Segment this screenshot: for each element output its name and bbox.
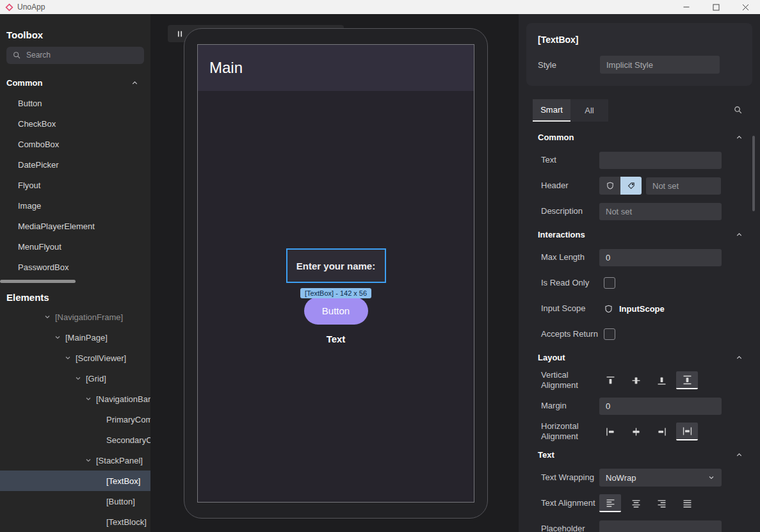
header-input[interactable] <box>646 177 721 195</box>
max-length-input[interactable] <box>599 249 722 266</box>
chevron-up-icon[interactable] <box>735 353 743 362</box>
section-common-label: Common <box>538 133 574 142</box>
tree-item-label: [NavigationFrame] <box>55 312 123 322</box>
tree-item-scrollviewer[interactable]: [ScrollViewer] <box>0 348 150 368</box>
selected-element-title: [TextBox] <box>538 35 579 45</box>
stretch-vertical-icon[interactable] <box>676 371 698 389</box>
properties-scrollbar[interactable] <box>752 136 755 211</box>
section-text-label: Text <box>538 450 554 460</box>
page-title: Main <box>209 59 243 77</box>
toolbox-search[interactable] <box>6 47 144 64</box>
chevron-down-icon[interactable] <box>44 313 51 321</box>
tree-item-textblock[interactable]: [TextBlock] <box>0 512 150 532</box>
align-vertical-center-icon[interactable] <box>625 371 647 389</box>
property-row-horizontal-alignment: Horizontal Alignment <box>519 419 760 444</box>
text-align-justify-icon[interactable] <box>676 494 698 512</box>
chevron-down-icon[interactable] <box>74 375 82 382</box>
tree-item-label: [Grid] <box>86 374 106 383</box>
textbox-text: Enter your name: <box>296 261 375 271</box>
section-layout[interactable]: Layout <box>519 347 760 367</box>
chevron-down-icon[interactable] <box>85 395 92 403</box>
style-label: Style <box>538 60 556 70</box>
property-row-text: Text <box>519 147 760 173</box>
margin-input[interactable] <box>599 398 722 415</box>
toolbox-item-button[interactable]: Button <box>0 93 150 113</box>
chevron-up-icon[interactable] <box>131 79 139 87</box>
chevron-down-icon[interactable] <box>85 456 92 464</box>
shield-icon[interactable] <box>599 177 620 195</box>
toolbox-section-common[interactable]: Common <box>0 77 150 89</box>
section-common[interactable]: Common <box>519 127 760 147</box>
text-wrapping-dropdown[interactable]: NoWrap <box>599 469 722 487</box>
align-top-icon[interactable] <box>599 371 621 389</box>
horizontal-alignment-group <box>599 423 698 440</box>
toolbox-item-datepicker[interactable]: DatePicker <box>0 154 150 175</box>
toolbox-item-image[interactable]: Image <box>0 195 150 216</box>
tab-smart[interactable]: Smart <box>533 99 570 122</box>
stretch-horizontal-icon[interactable] <box>676 423 698 440</box>
property-row-text-alignment: Text Alignment <box>519 490 760 516</box>
text-alignment-group <box>599 494 698 512</box>
tree-item-button[interactable]: [Button] <box>0 491 150 512</box>
tree-item-label: [ScrollViewer] <box>76 353 126 363</box>
style-input[interactable] <box>600 56 720 74</box>
chevron-down-icon[interactable] <box>54 334 61 341</box>
align-horizontal-center-icon[interactable] <box>625 423 647 440</box>
toolbox-section-label: Common <box>6 78 42 88</box>
selection-size-badge: [TextBox] - 142 x 56 <box>300 288 371 298</box>
text-align-right-icon[interactable] <box>651 494 672 512</box>
placeholder-input[interactable] <box>599 520 722 532</box>
is-read-only-checkbox[interactable] <box>604 277 615 289</box>
tree-item-label: [TextBox] <box>106 476 140 486</box>
tab-all[interactable]: All <box>570 99 608 122</box>
property-row-description: Description <box>519 198 760 224</box>
toolbox-item-combobox[interactable]: ComboBox <box>0 134 150 154</box>
tree-item-navigationbar[interactable]: [NavigationBar] <box>0 389 150 409</box>
tree-item-navigationframe[interactable]: [NavigationFrame] <box>0 307 150 327</box>
canvas-textbox-selected[interactable]: Enter your name: <box>286 248 386 283</box>
tree-item-secondarycommands[interactable]: SecondaryCommands <box>0 430 150 450</box>
tag-icon[interactable] <box>620 177 642 195</box>
accepts-return-checkbox[interactable] <box>604 328 615 340</box>
tree-item-grid[interactable]: [Grid] <box>0 368 150 389</box>
chevron-up-icon[interactable] <box>735 133 743 141</box>
text-align-left-icon[interactable] <box>599 494 621 512</box>
align-bottom-icon[interactable] <box>651 371 672 389</box>
page-header: Main <box>198 45 474 91</box>
tree-item-textbox-selected[interactable]: [TextBox] <box>0 471 150 491</box>
section-text[interactable]: Text <box>519 444 760 465</box>
placeholder-label: Placeholder <box>541 524 599 532</box>
search-input[interactable] <box>26 51 138 60</box>
text-align-center-icon[interactable] <box>625 494 647 512</box>
toolbox-item-checkbox[interactable]: CheckBox <box>0 113 150 134</box>
properties-search-icon[interactable] <box>733 105 743 115</box>
chevron-down-icon <box>707 474 715 481</box>
description-input[interactable] <box>599 203 722 220</box>
chevron-up-icon[interactable] <box>735 230 743 239</box>
chevron-down-icon[interactable] <box>64 354 72 362</box>
chevron-up-icon[interactable] <box>735 451 743 459</box>
tree-item-stackpanel[interactable]: [StackPanel] <box>0 450 150 471</box>
align-left-icon[interactable] <box>599 423 621 440</box>
minimize-button[interactable] <box>672 0 701 14</box>
app-logo-icon <box>5 3 13 12</box>
tree-item-label: PrimaryCommands <box>106 415 150 424</box>
toolbox-item-mediaplayerelement[interactable]: MediaPlayerElement <box>0 216 150 236</box>
tree-item-mainpage[interactable]: [MainPage] <box>0 327 150 348</box>
close-button[interactable] <box>731 0 760 14</box>
input-scope-value[interactable]: InputScope <box>619 304 665 314</box>
accepts-return-label: Accepts Return <box>541 329 599 339</box>
canvas-button[interactable]: Button <box>304 297 368 325</box>
section-interactions[interactable]: Interactions <box>519 224 760 245</box>
canvas-textblock[interactable]: Text <box>327 334 346 344</box>
text-wrapping-label: Text Wrapping <box>541 472 599 483</box>
tree-item-primarycommands[interactable]: PrimaryCommands <box>0 409 150 430</box>
toolbox-item-flyout[interactable]: Flyout <box>0 175 150 195</box>
toolbox-item-passwordbox[interactable]: PasswordBox <box>0 257 150 277</box>
align-right-icon[interactable] <box>651 423 672 440</box>
text-input[interactable] <box>599 152 722 169</box>
maximize-button[interactable] <box>701 0 731 14</box>
toolbox-item-menuflyout[interactable]: MenuFlyout <box>0 236 150 257</box>
property-row-accepts-return: Accepts Return <box>519 321 760 347</box>
text-wrapping-value: NoWrap <box>606 473 636 483</box>
